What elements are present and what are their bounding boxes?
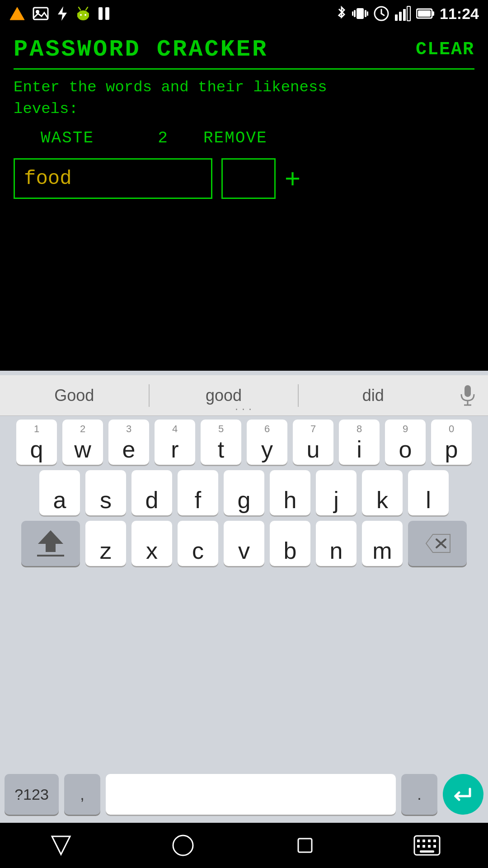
key-x[interactable]: x bbox=[131, 521, 172, 566]
image-icon bbox=[33, 5, 49, 22]
signal-icon bbox=[394, 5, 411, 22]
svg-marker-4 bbox=[58, 6, 67, 21]
svg-rect-43 bbox=[422, 845, 425, 848]
keyboard-rows: 1 q 2 w 3 e 4 r 5 t 6 y bbox=[0, 416, 488, 773]
remove-button[interactable]: REMOVE bbox=[203, 129, 267, 147]
symbol-label: ?123 bbox=[14, 786, 49, 803]
svg-rect-17 bbox=[352, 11, 353, 16]
word-entries: WASTE 2 REMOVE bbox=[14, 129, 474, 147]
key-a[interactable]: a bbox=[39, 470, 80, 515]
key-w[interactable]: 2 w bbox=[62, 420, 103, 465]
key-j[interactable]: j bbox=[316, 470, 357, 515]
svg-point-8 bbox=[80, 14, 82, 16]
app-area: PASSWORD CRACKER CLEAR Enter the words a… bbox=[0, 27, 488, 371]
svg-rect-44 bbox=[428, 845, 431, 848]
svg-rect-27 bbox=[432, 11, 434, 16]
key-p[interactable]: 0 p bbox=[431, 420, 472, 465]
key-r[interactable]: 4 r bbox=[155, 420, 195, 465]
shift-key[interactable] bbox=[21, 521, 80, 566]
svg-rect-25 bbox=[407, 6, 410, 21]
back-icon bbox=[50, 834, 72, 857]
backspace-icon bbox=[424, 532, 451, 555]
status-time: 11:24 bbox=[440, 5, 479, 23]
suggestion-dots: ... bbox=[234, 402, 254, 413]
add-button[interactable]: + bbox=[285, 165, 300, 192]
svg-rect-16 bbox=[365, 10, 366, 17]
symbol-key[interactable]: ?123 bbox=[5, 774, 59, 815]
keyboard-button[interactable] bbox=[409, 827, 445, 863]
svg-rect-2 bbox=[33, 8, 48, 19]
title-bar: PASSWORD CRACKER CLEAR bbox=[14, 36, 474, 70]
key-m[interactable]: m bbox=[362, 521, 403, 566]
svg-rect-29 bbox=[465, 385, 471, 397]
key-u[interactable]: 7 u bbox=[293, 420, 333, 465]
home-button[interactable] bbox=[165, 827, 201, 863]
svg-rect-23 bbox=[399, 12, 402, 21]
recents-button[interactable] bbox=[287, 827, 323, 863]
shift-arrow-icon bbox=[38, 530, 63, 544]
svg-rect-15 bbox=[354, 10, 356, 17]
key-h[interactable]: h bbox=[270, 470, 310, 515]
key-l[interactable]: l bbox=[408, 470, 449, 515]
lightning-icon bbox=[56, 5, 69, 22]
suggestion-1[interactable]: Good bbox=[0, 386, 149, 405]
description: Enter the words and their likeness level… bbox=[14, 77, 474, 120]
bluetooth-icon bbox=[337, 5, 347, 22]
keyboard-area: Good good did ... 1 q 2 w bbox=[0, 371, 488, 823]
suggestions-bar: Good good did ... bbox=[0, 375, 488, 416]
score-input[interactable] bbox=[221, 158, 276, 199]
svg-rect-39 bbox=[422, 840, 425, 842]
svg-rect-18 bbox=[367, 11, 368, 16]
comma-key[interactable]: , bbox=[64, 774, 100, 815]
enter-key[interactable] bbox=[443, 774, 483, 815]
description-line2: levels: bbox=[14, 100, 78, 118]
status-icons-right: 11:24 bbox=[337, 5, 479, 23]
app-title: PASSWORD CRACKER bbox=[14, 36, 268, 63]
keyboard-icon bbox=[413, 835, 441, 856]
entry-word: WASTE bbox=[41, 129, 122, 147]
suggestion-3[interactable]: did bbox=[299, 386, 447, 405]
word-input[interactable] bbox=[14, 158, 212, 199]
key-c[interactable]: c bbox=[178, 521, 218, 566]
vlc-icon bbox=[9, 5, 25, 22]
home-icon bbox=[172, 834, 194, 857]
svg-point-9 bbox=[84, 14, 86, 16]
key-k[interactable]: k bbox=[362, 470, 403, 515]
svg-rect-42 bbox=[417, 845, 420, 848]
input-row: + bbox=[14, 158, 474, 199]
suggestion-2[interactable]: good bbox=[150, 386, 298, 405]
svg-point-3 bbox=[36, 10, 39, 14]
key-s[interactable]: s bbox=[85, 470, 126, 515]
key-e[interactable]: 3 e bbox=[108, 420, 149, 465]
clear-button[interactable]: CLEAR bbox=[416, 39, 474, 60]
entry-score: 2 bbox=[149, 129, 176, 147]
mic-button[interactable] bbox=[447, 384, 488, 407]
key-v[interactable]: v bbox=[224, 521, 264, 566]
svg-line-11 bbox=[86, 7, 88, 10]
key-b[interactable]: b bbox=[270, 521, 310, 566]
shift-underline-icon bbox=[37, 555, 64, 557]
svg-rect-36 bbox=[298, 839, 312, 852]
space-key[interactable] bbox=[106, 774, 396, 815]
key-n[interactable]: n bbox=[316, 521, 357, 566]
key-i[interactable]: 8 i bbox=[339, 420, 380, 465]
back-button[interactable] bbox=[43, 827, 79, 863]
key-o[interactable]: 9 o bbox=[385, 420, 426, 465]
key-d[interactable]: d bbox=[131, 470, 172, 515]
key-y[interactable]: 6 y bbox=[247, 420, 287, 465]
battery-icon bbox=[416, 5, 434, 22]
svg-rect-28 bbox=[418, 10, 431, 17]
key-g[interactable]: g bbox=[224, 470, 264, 515]
svg-rect-38 bbox=[417, 840, 420, 842]
mic-icon bbox=[459, 384, 477, 407]
period-key[interactable]: . bbox=[401, 774, 437, 815]
svg-rect-7 bbox=[87, 13, 89, 17]
key-f[interactable]: f bbox=[178, 470, 218, 515]
key-row-1: 1 q 2 w 3 e 4 r 5 t 6 y bbox=[5, 420, 483, 465]
key-t[interactable]: 5 t bbox=[201, 420, 241, 465]
key-z[interactable]: z bbox=[85, 521, 126, 566]
backspace-key[interactable] bbox=[408, 521, 467, 566]
svg-rect-46 bbox=[420, 850, 434, 853]
key-q[interactable]: 1 q bbox=[16, 420, 57, 465]
enter-icon bbox=[452, 785, 474, 803]
